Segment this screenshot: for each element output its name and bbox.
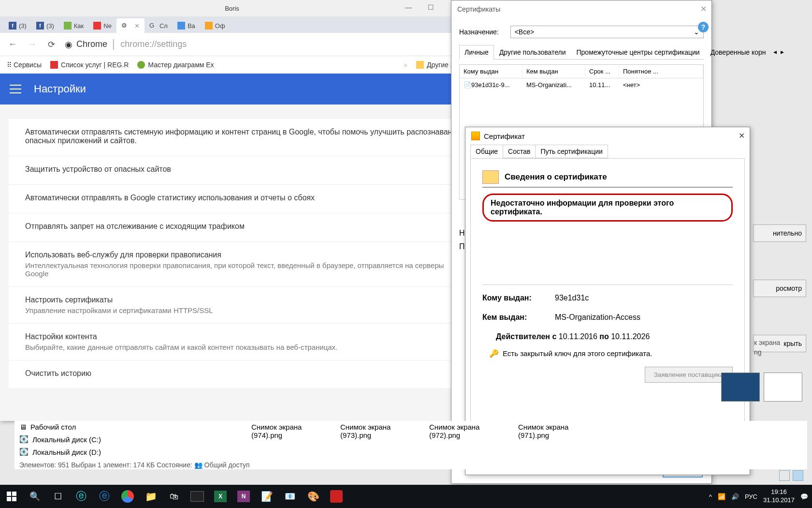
ie-icon[interactable]: ⓔ bbox=[70, 485, 93, 508]
clock[interactable]: 19:16 31.10.2017 bbox=[763, 488, 795, 505]
drive-icon: 💽 bbox=[19, 448, 29, 456]
task-view-icon[interactable]: ☐ bbox=[46, 485, 70, 508]
close-icon[interactable]: ✕ bbox=[739, 131, 745, 140]
onenote-icon[interactable]: N bbox=[232, 485, 255, 508]
system-tray: ^ 📶 🔊 РУС 19:16 31.10.2017 💬 bbox=[709, 485, 812, 508]
setting-row[interactable]: Использовать веб-службу для проверки пра… bbox=[9, 242, 464, 287]
paint-icon[interactable]: 🎨 bbox=[302, 485, 325, 508]
setting-row-certs[interactable]: Настроить сертификатыУправление настройк… bbox=[9, 287, 464, 324]
browser-tab[interactable]: Ва bbox=[173, 18, 200, 33]
edge-icon[interactable]: ⓔ bbox=[93, 485, 116, 508]
export-button[interactable]: нительно bbox=[753, 224, 806, 242]
apps-shortcut[interactable]: ⠿Сервисы bbox=[7, 61, 42, 69]
tab-details[interactable]: Состав bbox=[503, 145, 536, 158]
file-item[interactable]: Снимок экрана (972).png bbox=[429, 421, 497, 439]
cert-list-header: Кому выдан Кем выдан Срок ... Понятное .… bbox=[460, 65, 703, 78]
tray-up-icon[interactable]: ^ bbox=[709, 493, 712, 500]
explorer-file-list: Снимок экрана (974).png Снимок экрана (9… bbox=[126, 421, 807, 439]
browser-tab-active[interactable]: ⚙✕ bbox=[116, 18, 145, 33]
reload-button[interactable]: ⟳ bbox=[45, 39, 57, 50]
chrome-window: Boris — ☐ ✕ f(3) f(3) Как Ne ⚙✕ GСл Ва О… bbox=[0, 0, 464, 421]
folder-icon bbox=[416, 61, 424, 69]
excel-icon[interactable]: X bbox=[209, 485, 232, 508]
email-icon[interactable]: 📧 bbox=[278, 485, 302, 508]
close-tab-icon[interactable]: ✕ bbox=[134, 22, 140, 30]
minimize-button[interactable]: — bbox=[397, 0, 420, 15]
file-item[interactable]: Снимок экрана (973).png bbox=[340, 421, 408, 439]
issued-by-value: MS-Organization-Access bbox=[555, 313, 640, 322]
forward-button[interactable]: → bbox=[26, 39, 38, 50]
menu-icon[interactable] bbox=[10, 85, 21, 93]
validity-period: Действителен с 10.11.2016 по 10.11.2026 bbox=[496, 332, 733, 341]
bookmark-item[interactable]: Мастер диаграмм Ex bbox=[137, 61, 214, 69]
setting-row-content[interactable]: Настройки контентаВыбирайте, какие данны… bbox=[9, 324, 464, 360]
language-indicator[interactable]: РУС bbox=[745, 493, 757, 500]
explorer-nav: 🖥Рабочий стол 💽Локальный диск (C:) 💽Лока… bbox=[14, 421, 126, 458]
view-button[interactable]: росмотр bbox=[753, 280, 806, 297]
bookmark-item[interactable]: Список услуг | REG.R bbox=[50, 61, 129, 69]
tab-scroll-left[interactable]: ◂ bbox=[771, 45, 779, 59]
setting-row[interactable]: Автоматически отправлять системную инфор… bbox=[9, 119, 464, 156]
explorer-status-bar: Элементов: 951 Выбран 1 элемент: 174 КБ … bbox=[14, 458, 807, 472]
setting-row[interactable]: Отправлять запрет на отслеживание с исхо… bbox=[9, 213, 464, 242]
volume-icon[interactable]: 🔊 bbox=[731, 493, 739, 500]
site-icon bbox=[64, 22, 72, 30]
tab-cert-path[interactable]: Путь сертификации bbox=[535, 145, 608, 158]
explorer-icon[interactable]: 📁 bbox=[139, 485, 162, 508]
file-item[interactable]: Снимок экрана (971).png bbox=[518, 421, 586, 439]
certificate-icon: 📄 bbox=[464, 81, 471, 89]
tab-general[interactable]: Общие bbox=[470, 145, 503, 158]
nav-desktop[interactable]: 🖥Рабочий стол bbox=[14, 421, 126, 433]
desktop-file-thumb[interactable] bbox=[721, 373, 760, 402]
purpose-select[interactable]: <Все>⌄ bbox=[510, 26, 704, 38]
help-icon[interactable]: ? bbox=[698, 22, 709, 32]
app-icon[interactable] bbox=[325, 485, 348, 508]
desktop-file-thumb[interactable] bbox=[764, 373, 802, 402]
notepad-icon[interactable]: 📝 bbox=[255, 485, 278, 508]
store-icon[interactable]: 🛍 bbox=[162, 485, 186, 508]
cert-list-row[interactable]: 📄93e1d31c-9... MS-Organizati... 10.11...… bbox=[460, 78, 703, 91]
list-view-icon[interactable] bbox=[779, 470, 790, 481]
bookmarks-bar: ⠿Сервисы Список услуг | REG.R Мастер диа… bbox=[0, 56, 464, 74]
browser-tab[interactable]: f(3) bbox=[4, 18, 31, 33]
thumbnail-view-icon[interactable] bbox=[793, 470, 803, 481]
nav-drive-d[interactable]: 💽Локальный диск (D:) bbox=[14, 446, 126, 458]
chrome-icon[interactable] bbox=[116, 485, 139, 508]
purpose-label: Назначение: bbox=[459, 28, 499, 36]
gear-icon: ⚙ bbox=[121, 22, 129, 30]
private-key-note: 🔑 Есть закрытый ключ для этого сертифика… bbox=[489, 349, 733, 358]
cert-warning: Недостаточно информации для проверки это… bbox=[482, 194, 733, 222]
file-item[interactable]: Снимок экрана (974).png bbox=[251, 421, 319, 439]
notifications-icon[interactable]: 💬 bbox=[800, 493, 808, 500]
apps-icon: ⠿ bbox=[7, 61, 11, 69]
setting-row[interactable]: Автоматически отправлять в Google статис… bbox=[9, 185, 464, 213]
terminal-icon[interactable] bbox=[186, 485, 209, 508]
settings-header: Настройки bbox=[0, 74, 464, 105]
tab-scroll-right[interactable]: ▸ bbox=[779, 45, 786, 59]
setting-row[interactable]: Защитить устройство от опасных сайтов bbox=[9, 156, 464, 185]
start-button[interactable] bbox=[0, 485, 23, 508]
browser-tab[interactable]: f(3) bbox=[31, 18, 59, 33]
issuer-statement-button[interactable]: Заявление поставщика bbox=[645, 367, 733, 383]
settings-title: Настройки bbox=[34, 83, 86, 95]
close-icon[interactable]: ✕ bbox=[700, 4, 707, 14]
setting-row[interactable]: Очистить историю bbox=[9, 360, 464, 389]
tab-personal[interactable]: Личные bbox=[459, 45, 494, 60]
cert-info-title: Сведения о сертификате bbox=[505, 172, 607, 182]
browser-tab[interactable]: GСл bbox=[145, 18, 173, 33]
address-bar: ← → ⟳ ◉ Chrome │ chrome://settings bbox=[0, 33, 464, 56]
network-icon[interactable]: 📶 bbox=[718, 493, 725, 500]
tab-other-users[interactable]: Другие пользователи bbox=[494, 45, 571, 60]
url-field[interactable]: ◉ Chrome │ chrome://settings bbox=[65, 39, 457, 50]
back-button[interactable]: ← bbox=[7, 39, 18, 50]
search-icon[interactable]: 🔍 bbox=[23, 485, 46, 508]
nav-drive-c[interactable]: 💽Локальный диск (C:) bbox=[14, 433, 126, 446]
issued-to-value: 93e1d31c bbox=[555, 294, 589, 302]
tab-intermediate[interactable]: Промежуточные центры сертификации bbox=[571, 45, 705, 60]
browser-tab[interactable]: Как bbox=[59, 18, 89, 33]
browser-tab[interactable]: Ne bbox=[88, 18, 116, 33]
tab-trusted-root[interactable]: Доверенные корн bbox=[705, 45, 771, 60]
site-icon bbox=[177, 22, 185, 30]
maximize-button[interactable]: ☐ bbox=[420, 0, 442, 15]
browser-tab[interactable]: Оф bbox=[200, 18, 230, 33]
